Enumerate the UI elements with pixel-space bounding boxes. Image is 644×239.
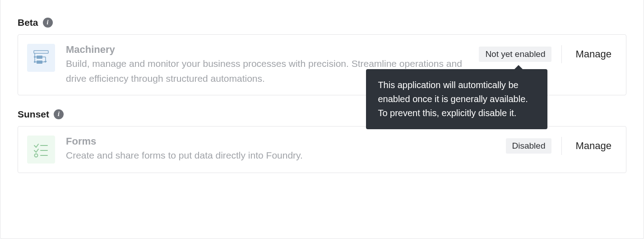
- svg-point-14: [35, 154, 38, 157]
- info-icon[interactable]: i: [43, 18, 53, 28]
- manage-button[interactable]: Manage: [572, 140, 615, 152]
- status-badge: Not yet enabled: [479, 47, 551, 62]
- app-title: Machinery: [66, 44, 468, 56]
- status-tooltip: This application will automtically be en…: [366, 69, 547, 129]
- svg-rect-0: [34, 51, 48, 53]
- info-icon[interactable]: i: [54, 109, 64, 119]
- section-title: Beta: [18, 17, 38, 28]
- app-title: Forms: [66, 136, 495, 147]
- separator: [561, 137, 562, 155]
- section-header-beta: Beta i: [18, 17, 626, 28]
- section-title: Sunset: [18, 109, 49, 120]
- app-card-machinery: Machinery Build, manage and monitor your…: [18, 34, 626, 95]
- status-badge: Disabled: [506, 138, 552, 154]
- svg-rect-2: [37, 61, 42, 64]
- applications-panel: Beta i Machinery Build, manage and monit: [0, 0, 644, 239]
- manage-button[interactable]: Manage: [572, 48, 615, 60]
- forms-icon: [27, 136, 55, 164]
- app-card-forms: Forms Create and share forms to put data…: [18, 126, 626, 173]
- machinery-icon: [27, 44, 55, 72]
- card-actions: Disabled Manage: [506, 136, 615, 155]
- tooltip-text: This application will automtically be en…: [378, 80, 528, 118]
- svg-point-6: [34, 56, 36, 58]
- app-description: Create and share forms to put data direc…: [66, 148, 495, 163]
- app-text: Forms Create and share forms to put data…: [66, 136, 495, 163]
- separator: [561, 45, 562, 63]
- svg-rect-1: [37, 56, 42, 59]
- svg-point-7: [34, 61, 36, 63]
- card-actions: Not yet enabled Manage This application …: [479, 44, 615, 63]
